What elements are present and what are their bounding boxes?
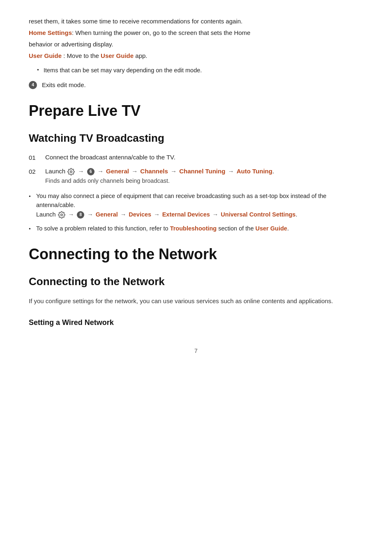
troubleshooting-link[interactable]: Troubleshooting [170,225,217,232]
channel-tuning-link[interactable]: Channel Tuning [179,168,225,175]
exits-text: Exits edit mode. [42,80,86,90]
intro-home-settings: Home Settings: When turning the power on… [29,28,363,38]
intro-section: reset them, it takes some time to receiv… [29,16,363,90]
intro-bullet-list: Items that can be set may vary depending… [37,66,363,75]
prepare-live-tv-section: Prepare Live TV Watching TV Broadcasting… [29,102,363,233]
step-01-content: Connect the broadcast antenna/cable to t… [45,153,363,162]
user-guide-link-b[interactable]: User Guide [256,225,287,232]
intro-line1: reset them, it takes some time to receiv… [29,16,363,26]
gear-icon-2 [58,211,65,219]
bullet-dot-1: ● [29,194,36,199]
steps-list: 01 Connect the broadcast antenna/cable t… [29,153,363,186]
svg-point-1 [60,214,62,216]
arrow1: → [78,168,84,175]
watching-tv-title: Watching TV Broadcasting [29,132,363,145]
arrow-b2: → [87,211,93,218]
bullet-item-2: ● To solve a problem related to this fun… [29,224,363,233]
page-number: 7 [29,348,363,354]
intro-line3: behavior or advertising display. [29,39,363,49]
circle-4-icon: 4 [29,81,37,89]
bullet-section: ● You may also connect a piece of equipm… [29,191,363,233]
step-02-sub: Finds and adds only channels being broad… [45,177,363,186]
step-01: 01 Connect the broadcast antenna/cable t… [29,153,363,163]
home-settings-link[interactable]: Home Settings [29,29,72,36]
circle-icon-02: 6 [87,168,95,175]
ucs-link[interactable]: Universal Control Settings [221,211,295,218]
network-subsection-title: Connecting to the Network [29,275,363,288]
gear-icon [67,168,75,175]
arrow-b3: → [120,211,128,218]
watching-tv-subsection: Watching TV Broadcasting 01 Connect the … [29,132,363,233]
intro-bullet-item1: Items that can be set may vary depending… [37,66,363,75]
step-02-content: Launch → 6 → General → Channels → [45,167,363,186]
external-devices-link[interactable]: External Devices [162,211,210,218]
bullet-text-1: You may also connect a piece of equipmen… [36,191,363,219]
channels-link[interactable]: Channels [140,168,168,175]
network-description: If you configure settings for the networ… [29,296,363,306]
intro-user-guide: User Guide : Move to the User Guide app. [29,51,363,61]
arrow2: → [97,168,104,175]
user-guide-link2[interactable]: User Guide [101,52,134,59]
network-subsection: Connecting to the Network If you configu… [29,275,363,327]
general-link[interactable]: General [106,168,129,175]
step-02-launch: Launch [45,168,65,175]
bullet-text-2: To solve a problem related to this funct… [36,224,363,233]
arrow3: → [131,168,139,175]
arrow-b5: → [212,211,220,218]
step-02-number: 02 [29,167,45,177]
auto-tuning-link[interactable]: Auto Tuning [237,168,272,175]
user-guide-link1[interactable]: User Guide [29,52,62,59]
connecting-network-section: Connecting to the Network Connecting to … [29,246,363,327]
devices-link[interactable]: Devices [129,211,151,218]
connecting-network-title: Connecting to the Network [29,246,363,263]
svg-point-0 [70,170,72,173]
circle-icon-b1: 8 [77,211,84,219]
exits-line: 4 Exits edit mode. [29,80,363,90]
bullet-dot-2: ● [29,226,36,231]
step-02: 02 Launch → 6 → General → Channels [29,167,363,186]
arrow5: → [228,168,236,175]
arrow-b4: → [154,211,161,218]
arrow-b1: → [68,211,74,218]
bullet-item-1: ● You may also connect a piece of equipm… [29,191,363,219]
prepare-live-tv-title: Prepare Live TV [29,102,363,120]
bullet1-launch: Launch [36,211,56,218]
wired-network-title: Setting a Wired Network [29,318,363,327]
arrow4: → [171,168,178,175]
general-link-b[interactable]: General [96,211,118,218]
page-container: reset them, it takes some time to receiv… [0,0,392,379]
step-01-number: 01 [29,153,45,163]
